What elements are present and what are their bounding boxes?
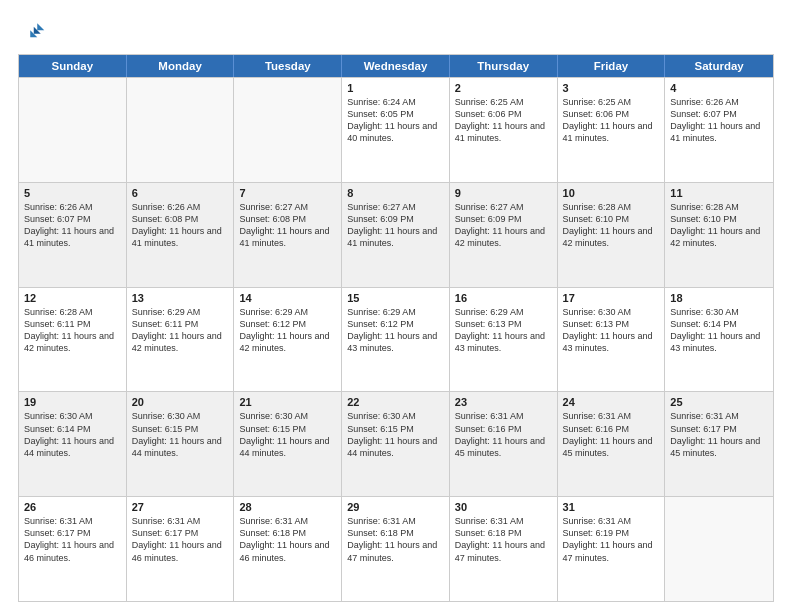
day-number: 10 [563,187,660,199]
calendar-cell: 13Sunrise: 6:29 AM Sunset: 6:11 PM Dayli… [127,288,235,392]
calendar-row: 1Sunrise: 6:24 AM Sunset: 6:05 PM Daylig… [19,77,773,182]
calendar-body: 1Sunrise: 6:24 AM Sunset: 6:05 PM Daylig… [19,77,773,601]
calendar-cell: 12Sunrise: 6:28 AM Sunset: 6:11 PM Dayli… [19,288,127,392]
calendar-cell: 5Sunrise: 6:26 AM Sunset: 6:07 PM Daylig… [19,183,127,287]
day-info: Sunrise: 6:30 AM Sunset: 6:15 PM Dayligh… [347,410,444,459]
day-info: Sunrise: 6:30 AM Sunset: 6:15 PM Dayligh… [132,410,229,459]
calendar-row: 26Sunrise: 6:31 AM Sunset: 6:17 PM Dayli… [19,496,773,601]
day-number: 8 [347,187,444,199]
calendar-cell: 3Sunrise: 6:25 AM Sunset: 6:06 PM Daylig… [558,78,666,182]
day-info: Sunrise: 6:30 AM Sunset: 6:13 PM Dayligh… [563,306,660,355]
day-info: Sunrise: 6:31 AM Sunset: 6:19 PM Dayligh… [563,515,660,564]
calendar-cell: 14Sunrise: 6:29 AM Sunset: 6:12 PM Dayli… [234,288,342,392]
day-number: 29 [347,501,444,513]
logo [18,18,50,46]
day-info: Sunrise: 6:30 AM Sunset: 6:14 PM Dayligh… [24,410,121,459]
calendar-cell [19,78,127,182]
day-number: 23 [455,396,552,408]
day-info: Sunrise: 6:31 AM Sunset: 6:18 PM Dayligh… [239,515,336,564]
day-number: 14 [239,292,336,304]
calendar-cell: 19Sunrise: 6:30 AM Sunset: 6:14 PM Dayli… [19,392,127,496]
day-info: Sunrise: 6:31 AM Sunset: 6:18 PM Dayligh… [347,515,444,564]
calendar-cell: 1Sunrise: 6:24 AM Sunset: 6:05 PM Daylig… [342,78,450,182]
weekday-header: Thursday [450,55,558,77]
svg-marker-0 [37,23,44,30]
weekday-header: Tuesday [234,55,342,77]
weekday-header: Friday [558,55,666,77]
day-info: Sunrise: 6:29 AM Sunset: 6:13 PM Dayligh… [455,306,552,355]
day-info: Sunrise: 6:25 AM Sunset: 6:06 PM Dayligh… [455,96,552,145]
weekday-header: Monday [127,55,235,77]
calendar-row: 5Sunrise: 6:26 AM Sunset: 6:07 PM Daylig… [19,182,773,287]
calendar-cell: 24Sunrise: 6:31 AM Sunset: 6:16 PM Dayli… [558,392,666,496]
calendar-cell: 17Sunrise: 6:30 AM Sunset: 6:13 PM Dayli… [558,288,666,392]
calendar-cell [665,497,773,601]
day-info: Sunrise: 6:31 AM Sunset: 6:17 PM Dayligh… [132,515,229,564]
calendar-header: SundayMondayTuesdayWednesdayThursdayFrid… [19,55,773,77]
day-info: Sunrise: 6:30 AM Sunset: 6:14 PM Dayligh… [670,306,768,355]
day-number: 12 [24,292,121,304]
calendar-cell: 2Sunrise: 6:25 AM Sunset: 6:06 PM Daylig… [450,78,558,182]
day-number: 6 [132,187,229,199]
calendar-cell: 9Sunrise: 6:27 AM Sunset: 6:09 PM Daylig… [450,183,558,287]
day-info: Sunrise: 6:31 AM Sunset: 6:17 PM Dayligh… [670,410,768,459]
day-info: Sunrise: 6:29 AM Sunset: 6:11 PM Dayligh… [132,306,229,355]
calendar-row: 19Sunrise: 6:30 AM Sunset: 6:14 PM Dayli… [19,391,773,496]
day-info: Sunrise: 6:31 AM Sunset: 6:16 PM Dayligh… [563,410,660,459]
day-number: 30 [455,501,552,513]
calendar-cell: 15Sunrise: 6:29 AM Sunset: 6:12 PM Dayli… [342,288,450,392]
day-info: Sunrise: 6:26 AM Sunset: 6:07 PM Dayligh… [24,201,121,250]
calendar: SundayMondayTuesdayWednesdayThursdayFrid… [18,54,774,602]
calendar-cell: 18Sunrise: 6:30 AM Sunset: 6:14 PM Dayli… [665,288,773,392]
calendar-cell: 4Sunrise: 6:26 AM Sunset: 6:07 PM Daylig… [665,78,773,182]
calendar-cell: 23Sunrise: 6:31 AM Sunset: 6:16 PM Dayli… [450,392,558,496]
calendar-cell: 27Sunrise: 6:31 AM Sunset: 6:17 PM Dayli… [127,497,235,601]
day-number: 18 [670,292,768,304]
day-number: 5 [24,187,121,199]
day-info: Sunrise: 6:28 AM Sunset: 6:10 PM Dayligh… [670,201,768,250]
day-number: 26 [24,501,121,513]
day-info: Sunrise: 6:24 AM Sunset: 6:05 PM Dayligh… [347,96,444,145]
calendar-cell: 30Sunrise: 6:31 AM Sunset: 6:18 PM Dayli… [450,497,558,601]
day-info: Sunrise: 6:29 AM Sunset: 6:12 PM Dayligh… [239,306,336,355]
day-info: Sunrise: 6:27 AM Sunset: 6:09 PM Dayligh… [455,201,552,250]
day-info: Sunrise: 6:25 AM Sunset: 6:06 PM Dayligh… [563,96,660,145]
day-info: Sunrise: 6:26 AM Sunset: 6:08 PM Dayligh… [132,201,229,250]
day-number: 27 [132,501,229,513]
calendar-cell: 11Sunrise: 6:28 AM Sunset: 6:10 PM Dayli… [665,183,773,287]
day-number: 1 [347,82,444,94]
day-info: Sunrise: 6:29 AM Sunset: 6:12 PM Dayligh… [347,306,444,355]
day-number: 3 [563,82,660,94]
logo-icon [18,18,46,46]
day-info: Sunrise: 6:31 AM Sunset: 6:18 PM Dayligh… [455,515,552,564]
day-number: 20 [132,396,229,408]
header [18,18,774,46]
calendar-cell: 28Sunrise: 6:31 AM Sunset: 6:18 PM Dayli… [234,497,342,601]
day-number: 21 [239,396,336,408]
calendar-cell: 31Sunrise: 6:31 AM Sunset: 6:19 PM Dayli… [558,497,666,601]
day-number: 2 [455,82,552,94]
calendar-cell [234,78,342,182]
calendar-cell: 22Sunrise: 6:30 AM Sunset: 6:15 PM Dayli… [342,392,450,496]
day-info: Sunrise: 6:31 AM Sunset: 6:17 PM Dayligh… [24,515,121,564]
calendar-cell: 6Sunrise: 6:26 AM Sunset: 6:08 PM Daylig… [127,183,235,287]
weekday-header: Wednesday [342,55,450,77]
day-number: 19 [24,396,121,408]
day-info: Sunrise: 6:31 AM Sunset: 6:16 PM Dayligh… [455,410,552,459]
day-number: 22 [347,396,444,408]
calendar-row: 12Sunrise: 6:28 AM Sunset: 6:11 PM Dayli… [19,287,773,392]
day-number: 15 [347,292,444,304]
calendar-cell: 20Sunrise: 6:30 AM Sunset: 6:15 PM Dayli… [127,392,235,496]
day-info: Sunrise: 6:30 AM Sunset: 6:15 PM Dayligh… [239,410,336,459]
page: SundayMondayTuesdayWednesdayThursdayFrid… [0,0,792,612]
calendar-cell: 16Sunrise: 6:29 AM Sunset: 6:13 PM Dayli… [450,288,558,392]
day-info: Sunrise: 6:26 AM Sunset: 6:07 PM Dayligh… [670,96,768,145]
day-info: Sunrise: 6:28 AM Sunset: 6:10 PM Dayligh… [563,201,660,250]
day-number: 9 [455,187,552,199]
day-number: 11 [670,187,768,199]
day-number: 16 [455,292,552,304]
calendar-cell: 25Sunrise: 6:31 AM Sunset: 6:17 PM Dayli… [665,392,773,496]
calendar-cell: 29Sunrise: 6:31 AM Sunset: 6:18 PM Dayli… [342,497,450,601]
day-info: Sunrise: 6:28 AM Sunset: 6:11 PM Dayligh… [24,306,121,355]
weekday-header: Sunday [19,55,127,77]
